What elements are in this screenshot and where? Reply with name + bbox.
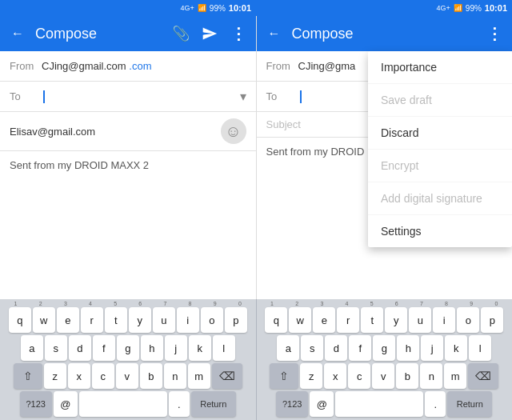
body-text-left: Sent from my DROID MAXX 2 — [0, 151, 256, 299]
key-d[interactable]: d — [69, 335, 91, 361]
key-z-r[interactable]: z — [300, 363, 322, 389]
key-s-r[interactable]: s — [301, 335, 323, 361]
key-c-r[interactable]: c — [348, 363, 370, 389]
key-g[interactable]: g — [117, 335, 139, 361]
key-m-r[interactable]: m — [444, 363, 466, 389]
key-m[interactable]: m — [188, 363, 210, 389]
key-k-r[interactable]: k — [445, 335, 467, 361]
key-q[interactable]: q — [9, 307, 31, 333]
more-button-right[interactable]: ⋮ — [483, 22, 506, 45]
key-l-r[interactable]: l — [469, 335, 491, 361]
left-toolbar: ← Compose 📎 ⋮ — [0, 16, 256, 51]
key-b-r[interactable]: b — [396, 363, 418, 389]
to-field-left[interactable]: To ▾ — [0, 82, 256, 112]
key-p-r[interactable]: p — [481, 307, 503, 333]
num-switch-left[interactable]: ?123 — [20, 391, 52, 417]
backspace-key-left[interactable]: ⌫ — [212, 363, 242, 389]
key-j-r[interactable]: j — [421, 335, 443, 361]
network-right: 4G+ — [437, 4, 450, 12]
to-dropdown-left[interactable]: ▾ — [240, 89, 246, 104]
num-hint: 1 — [263, 301, 281, 306]
menu-item-importance[interactable]: Importance — [368, 51, 512, 84]
left-title: Compose — [35, 26, 163, 42]
key-q-r[interactable]: q — [265, 307, 287, 333]
key-r[interactable]: r — [81, 307, 103, 333]
key-t-r[interactable]: t — [361, 307, 383, 333]
at-key-right[interactable]: @ — [310, 391, 334, 417]
num-hint: 4 — [338, 301, 355, 306]
period-key-left[interactable]: . — [169, 391, 190, 417]
key-h[interactable]: h — [141, 335, 163, 361]
num-hint: 6 — [131, 301, 149, 306]
num-hint: 8 — [182, 301, 199, 306]
attach-button[interactable]: 📎 — [170, 22, 192, 45]
to-input-left[interactable] — [42, 90, 240, 103]
key-y[interactable]: y — [129, 307, 151, 333]
network-left: 4G+ — [181, 4, 194, 12]
menu-item-discard[interactable]: Discard — [368, 117, 512, 150]
space-key-right[interactable] — [335, 391, 423, 417]
num-hint: 6 — [388, 301, 406, 306]
key-g-r[interactable]: g — [373, 335, 395, 361]
key-w[interactable]: w — [33, 307, 55, 333]
menu-item-save-draft: Save draft — [368, 84, 512, 117]
key-x-r[interactable]: x — [324, 363, 346, 389]
battery-left: 99% — [210, 4, 226, 13]
key-t[interactable]: t — [105, 307, 127, 333]
num-hint: 1 — [7, 301, 25, 306]
back-button-left[interactable]: ← — [6, 22, 29, 45]
num-hint: 9 — [206, 301, 224, 306]
backspace-key-right[interactable]: ⌫ — [468, 363, 498, 389]
num-hint: 9 — [462, 301, 480, 306]
num-hint: 4 — [82, 301, 99, 306]
key-j[interactable]: j — [165, 335, 187, 361]
num-switch-right[interactable]: ?123 — [276, 391, 308, 417]
key-v[interactable]: v — [116, 363, 138, 389]
key-l[interactable]: l — [213, 335, 235, 361]
key-f-r[interactable]: f — [349, 335, 371, 361]
time-left: 10:01 — [229, 3, 251, 13]
key-u[interactable]: u — [153, 307, 175, 333]
key-k[interactable]: k — [189, 335, 211, 361]
right-title: Compose — [292, 26, 478, 42]
space-key-left[interactable] — [79, 391, 167, 417]
key-e[interactable]: e — [57, 307, 79, 333]
return-key-left[interactable]: Return — [191, 391, 236, 417]
key-f[interactable]: f — [93, 335, 115, 361]
key-p[interactable]: p — [225, 307, 247, 333]
period-key-right[interactable]: . — [425, 391, 446, 417]
key-o[interactable]: o — [201, 307, 223, 333]
key-h-r[interactable]: h — [397, 335, 419, 361]
key-n[interactable]: n — [164, 363, 186, 389]
key-b[interactable]: b — [140, 363, 162, 389]
key-u-r[interactable]: u — [409, 307, 431, 333]
key-x[interactable]: x — [68, 363, 90, 389]
key-r-r[interactable]: r — [337, 307, 359, 333]
key-e-r[interactable]: e — [313, 307, 335, 333]
at-key-left[interactable]: @ — [54, 391, 78, 417]
send-button-left[interactable] — [198, 22, 221, 45]
key-a-r[interactable]: a — [277, 335, 299, 361]
key-i-r[interactable]: i — [433, 307, 455, 333]
key-v-r[interactable]: v — [372, 363, 394, 389]
key-o-r[interactable]: o — [457, 307, 479, 333]
shift-key-left[interactable]: ⇧ — [14, 363, 42, 389]
key-a[interactable]: a — [21, 335, 43, 361]
key-c[interactable]: c — [92, 363, 114, 389]
return-key-right[interactable]: Return — [447, 391, 492, 417]
suggestion-row[interactable]: Elisav@gmail.com ☺ — [0, 112, 256, 151]
key-i[interactable]: i — [177, 307, 199, 333]
key-d-r[interactable]: d — [325, 335, 347, 361]
key-w-r[interactable]: w — [289, 307, 311, 333]
back-button-right[interactable]: ← — [263, 22, 286, 45]
key-z[interactable]: z — [44, 363, 66, 389]
key-s[interactable]: s — [45, 335, 67, 361]
shift-key-right[interactable]: ⇧ — [270, 363, 298, 389]
more-button-left[interactable]: ⋮ — [227, 22, 250, 45]
key-n-r[interactable]: n — [420, 363, 442, 389]
menu-item-settings[interactable]: Settings — [368, 215, 512, 247]
battery-right: 99% — [466, 4, 482, 13]
key-y-r[interactable]: y — [385, 307, 407, 333]
num-hint: 0 — [231, 301, 249, 306]
from-value-left: CJing@gmail.com .com — [42, 60, 246, 72]
